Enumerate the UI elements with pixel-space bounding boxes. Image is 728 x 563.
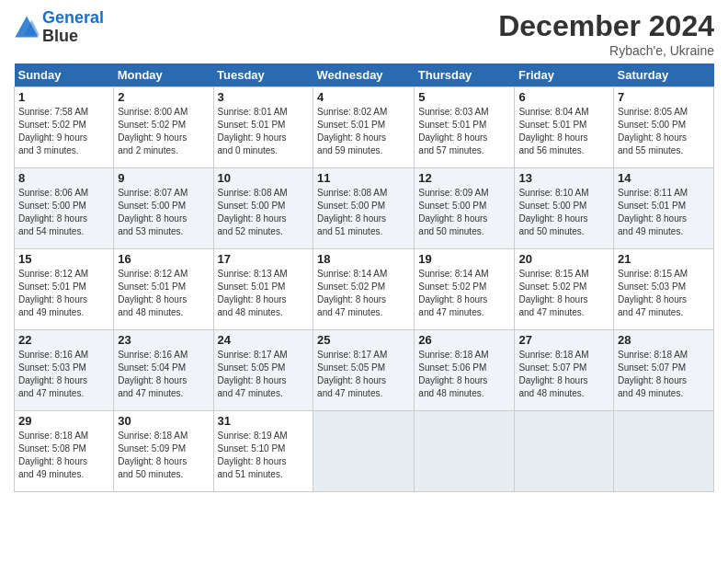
calendar-day-cell: 6Sunrise: 8:04 AMSunset: 5:01 PMDaylight…	[515, 87, 614, 168]
day-number: 7	[618, 90, 710, 104]
calendar-day-cell: 21Sunrise: 8:15 AMSunset: 5:03 PMDayligh…	[614, 249, 714, 330]
calendar-week-row: 22Sunrise: 8:16 AMSunset: 5:03 PMDayligh…	[15, 330, 714, 411]
calendar-day-cell: 17Sunrise: 8:13 AMSunset: 5:01 PMDayligh…	[213, 249, 313, 330]
header: General Blue December 2024 Rybach'e, Ukr…	[14, 9, 714, 58]
day-number: 15	[18, 252, 109, 266]
day-info: Sunrise: 8:04 AMSunset: 5:01 PMDaylight:…	[518, 107, 588, 155]
day-info: Sunrise: 8:17 AMSunset: 5:05 PMDaylight:…	[218, 350, 288, 398]
calendar-day-cell: 4Sunrise: 8:02 AMSunset: 5:01 PMDaylight…	[313, 87, 415, 168]
calendar-day-cell: 5Sunrise: 8:03 AMSunset: 5:01 PMDaylight…	[415, 87, 515, 168]
day-info: Sunrise: 8:12 AMSunset: 5:01 PMDaylight:…	[18, 269, 88, 317]
day-number: 11	[317, 171, 410, 185]
day-info: Sunrise: 8:16 AMSunset: 5:04 PMDaylight:…	[118, 350, 188, 398]
calendar-day-cell: 18Sunrise: 8:14 AMSunset: 5:02 PMDayligh…	[313, 249, 415, 330]
calendar-day-cell: 2Sunrise: 8:00 AMSunset: 5:02 PMDaylight…	[114, 87, 213, 168]
day-number: 20	[518, 252, 609, 266]
calendar-week-row: 15Sunrise: 8:12 AMSunset: 5:01 PMDayligh…	[15, 249, 714, 330]
day-info: Sunrise: 8:17 AMSunset: 5:05 PMDaylight:…	[317, 350, 387, 398]
day-number: 13	[518, 171, 609, 185]
weekday-header-cell: Monday	[114, 63, 213, 87]
calendar-day-cell: 12Sunrise: 8:09 AMSunset: 5:00 PMDayligh…	[415, 168, 515, 249]
calendar-day-cell: 19Sunrise: 8:14 AMSunset: 5:02 PMDayligh…	[415, 249, 515, 330]
calendar-day-cell: 25Sunrise: 8:17 AMSunset: 5:05 PMDayligh…	[313, 330, 415, 411]
day-info: Sunrise: 8:15 AMSunset: 5:02 PMDaylight:…	[518, 269, 588, 317]
calendar-day-cell: 28Sunrise: 8:18 AMSunset: 5:07 PMDayligh…	[614, 330, 714, 411]
day-number: 10	[218, 171, 310, 185]
day-number: 14	[618, 171, 710, 185]
day-number: 30	[118, 414, 209, 428]
day-number: 27	[518, 333, 609, 347]
day-number: 26	[418, 333, 510, 347]
weekday-header-cell: Saturday	[614, 63, 714, 87]
weekday-header-cell: Wednesday	[313, 63, 415, 87]
calendar-day-cell: 26Sunrise: 8:18 AMSunset: 5:06 PMDayligh…	[415, 330, 515, 411]
day-info: Sunrise: 8:11 AMSunset: 5:01 PMDaylight:…	[618, 188, 688, 236]
day-number: 3	[218, 90, 310, 104]
calendar-day-cell	[515, 411, 614, 492]
day-info: Sunrise: 8:10 AMSunset: 5:00 PMDaylight:…	[518, 188, 588, 236]
day-info: Sunrise: 8:03 AMSunset: 5:01 PMDaylight:…	[418, 107, 488, 155]
day-number: 1	[18, 90, 109, 104]
calendar-week-row: 8Sunrise: 8:06 AMSunset: 5:00 PMDaylight…	[15, 168, 714, 249]
title-block: December 2024 Rybach'e, Ukraine	[498, 9, 714, 58]
calendar-day-cell: 14Sunrise: 8:11 AMSunset: 5:01 PMDayligh…	[614, 168, 714, 249]
day-number: 29	[18, 414, 109, 428]
day-number: 2	[118, 90, 209, 104]
calendar-day-cell: 8Sunrise: 8:06 AMSunset: 5:00 PMDaylight…	[15, 168, 114, 249]
day-number: 6	[518, 90, 609, 104]
logo-icon	[14, 15, 40, 40]
day-info: Sunrise: 8:18 AMSunset: 5:09 PMDaylight:…	[118, 431, 188, 479]
day-info: Sunrise: 8:15 AMSunset: 5:03 PMDaylight:…	[618, 269, 688, 317]
day-number: 16	[118, 252, 209, 266]
day-number: 24	[218, 333, 310, 347]
weekday-header-cell: Tuesday	[213, 63, 313, 87]
calendar-header-row: SundayMondayTuesdayWednesdayThursdayFrid…	[15, 63, 714, 87]
day-info: Sunrise: 8:18 AMSunset: 5:07 PMDaylight:…	[518, 350, 588, 398]
calendar-day-cell: 29Sunrise: 8:18 AMSunset: 5:08 PMDayligh…	[15, 411, 114, 492]
calendar-day-cell: 27Sunrise: 8:18 AMSunset: 5:07 PMDayligh…	[515, 330, 614, 411]
calendar-day-cell: 30Sunrise: 8:18 AMSunset: 5:09 PMDayligh…	[114, 411, 213, 492]
day-info: Sunrise: 8:01 AMSunset: 5:01 PMDaylight:…	[218, 107, 288, 155]
calendar-day-cell: 31Sunrise: 8:19 AMSunset: 5:10 PMDayligh…	[213, 411, 313, 492]
calendar-day-cell: 23Sunrise: 8:16 AMSunset: 5:04 PMDayligh…	[114, 330, 213, 411]
page-container: General Blue December 2024 Rybach'e, Ukr…	[0, 0, 728, 501]
day-info: Sunrise: 8:08 AMSunset: 5:00 PMDaylight:…	[218, 188, 288, 236]
day-number: 9	[118, 171, 209, 185]
day-number: 23	[118, 333, 209, 347]
day-info: Sunrise: 8:07 AMSunset: 5:00 PMDaylight:…	[118, 188, 188, 236]
day-number: 4	[317, 90, 410, 104]
day-info: Sunrise: 8:18 AMSunset: 5:08 PMDaylight:…	[18, 431, 88, 479]
calendar-body: 1Sunrise: 7:58 AMSunset: 5:02 PMDaylight…	[15, 87, 714, 492]
day-info: Sunrise: 8:14 AMSunset: 5:02 PMDaylight:…	[418, 269, 488, 317]
day-number: 22	[18, 333, 109, 347]
day-info: Sunrise: 8:05 AMSunset: 5:00 PMDaylight:…	[618, 107, 688, 155]
location: Rybach'e, Ukraine	[498, 43, 714, 58]
day-number: 31	[218, 414, 310, 428]
weekday-header-cell: Friday	[515, 63, 614, 87]
day-info: Sunrise: 8:14 AMSunset: 5:02 PMDaylight:…	[317, 269, 387, 317]
day-info: Sunrise: 8:06 AMSunset: 5:00 PMDaylight:…	[18, 188, 88, 236]
logo-text: General Blue	[42, 9, 104, 46]
calendar-day-cell	[415, 411, 515, 492]
day-number: 17	[218, 252, 310, 266]
calendar-day-cell: 11Sunrise: 8:08 AMSunset: 5:00 PMDayligh…	[313, 168, 415, 249]
day-info: Sunrise: 7:58 AMSunset: 5:02 PMDaylight:…	[18, 107, 88, 155]
calendar-day-cell	[313, 411, 415, 492]
calendar-week-row: 1Sunrise: 7:58 AMSunset: 5:02 PMDaylight…	[15, 87, 714, 168]
day-number: 25	[317, 333, 410, 347]
day-info: Sunrise: 8:08 AMSunset: 5:00 PMDaylight:…	[317, 188, 387, 236]
month-title: December 2024	[498, 9, 714, 43]
day-info: Sunrise: 8:19 AMSunset: 5:10 PMDaylight:…	[218, 431, 288, 479]
calendar: SundayMondayTuesdayWednesdayThursdayFrid…	[14, 63, 714, 492]
calendar-day-cell: 1Sunrise: 7:58 AMSunset: 5:02 PMDaylight…	[15, 87, 114, 168]
day-number: 12	[418, 171, 510, 185]
calendar-day-cell: 13Sunrise: 8:10 AMSunset: 5:00 PMDayligh…	[515, 168, 614, 249]
day-info: Sunrise: 8:09 AMSunset: 5:00 PMDaylight:…	[418, 188, 488, 236]
weekday-header-cell: Thursday	[415, 63, 515, 87]
calendar-day-cell: 24Sunrise: 8:17 AMSunset: 5:05 PMDayligh…	[213, 330, 313, 411]
day-info: Sunrise: 8:18 AMSunset: 5:07 PMDaylight:…	[618, 350, 688, 398]
calendar-day-cell: 7Sunrise: 8:05 AMSunset: 5:00 PMDaylight…	[614, 87, 714, 168]
calendar-day-cell: 15Sunrise: 8:12 AMSunset: 5:01 PMDayligh…	[15, 249, 114, 330]
logo: General Blue	[14, 9, 104, 46]
day-info: Sunrise: 8:16 AMSunset: 5:03 PMDaylight:…	[18, 350, 88, 398]
